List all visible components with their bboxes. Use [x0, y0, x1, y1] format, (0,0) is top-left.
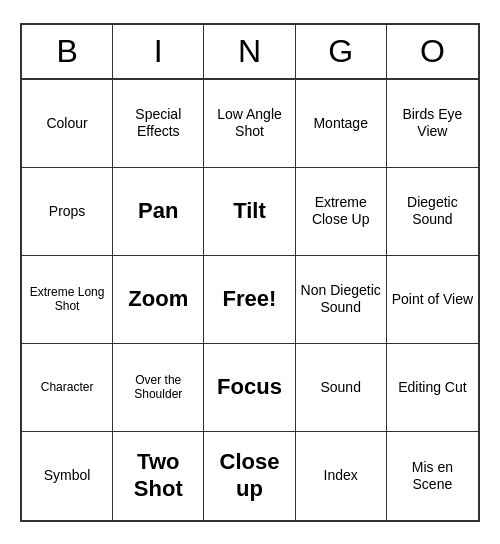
header-letter: N: [204, 25, 295, 78]
bingo-cell: Montage: [296, 80, 387, 168]
bingo-grid: ColourSpecial EffectsLow Angle ShotMonta…: [22, 80, 478, 520]
header-letter: B: [22, 25, 113, 78]
bingo-cell: Zoom: [113, 256, 204, 344]
bingo-cell: Special Effects: [113, 80, 204, 168]
bingo-cell: Tilt: [204, 168, 295, 256]
bingo-cell: Extreme Long Shot: [22, 256, 113, 344]
bingo-cell: Non Diegetic Sound: [296, 256, 387, 344]
bingo-cell: Character: [22, 344, 113, 432]
bingo-cell: Free!: [204, 256, 295, 344]
bingo-cell: Birds Eye View: [387, 80, 478, 168]
bingo-cell: Colour: [22, 80, 113, 168]
bingo-cell: Low Angle Shot: [204, 80, 295, 168]
bingo-cell: Props: [22, 168, 113, 256]
bingo-cell: Symbol: [22, 432, 113, 520]
bingo-cell: Extreme Close Up: [296, 168, 387, 256]
bingo-card: BINGO ColourSpecial EffectsLow Angle Sho…: [20, 23, 480, 522]
bingo-cell: Point of View: [387, 256, 478, 344]
bingo-cell: Index: [296, 432, 387, 520]
bingo-cell: Focus: [204, 344, 295, 432]
bingo-cell: Sound: [296, 344, 387, 432]
bingo-cell: Diegetic Sound: [387, 168, 478, 256]
bingo-cell: Pan: [113, 168, 204, 256]
header-letter: I: [113, 25, 204, 78]
bingo-cell: Close up: [204, 432, 295, 520]
bingo-header: BINGO: [22, 25, 478, 80]
bingo-cell: Over the Shoulder: [113, 344, 204, 432]
header-letter: O: [387, 25, 478, 78]
bingo-cell: Editing Cut: [387, 344, 478, 432]
bingo-cell: Mis en Scene: [387, 432, 478, 520]
bingo-cell: Two Shot: [113, 432, 204, 520]
header-letter: G: [296, 25, 387, 78]
